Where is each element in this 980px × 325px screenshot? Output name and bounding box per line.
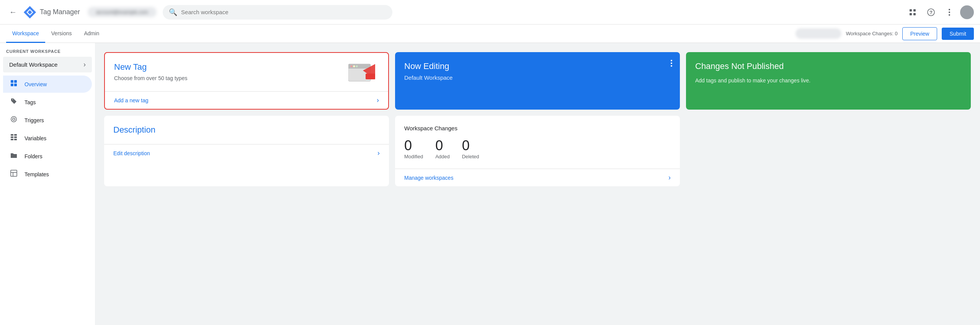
svg-rect-4 [913,9,916,11]
chevron-right-icon: › [377,149,380,157]
svg-rect-13 [14,80,17,83]
svg-point-36 [671,62,672,64]
workspace-changes-label: Workspace Changes: 0 [846,31,898,36]
sidebar-item-variables[interactable]: Variables [3,130,92,147]
svg-point-11 [949,14,950,16]
search-bar[interactable]: 🔍 [163,5,392,20]
added-label: Added [435,154,450,159]
svg-point-37 [671,65,672,67]
svg-point-10 [949,11,950,13]
current-workspace-label: CURRENT WORKSPACE [0,49,95,57]
now-editing-card: Now Editing Default Workspace [395,52,680,110]
search-icon: 🔍 [169,8,177,16]
sidebar-label-variables: Variables [24,135,46,141]
svg-rect-19 [14,134,17,136]
overview-icon [9,79,18,89]
account-selector[interactable]: account@example.com [88,7,157,17]
sidebar-label-folders: Folders [24,153,42,159]
add-new-tag-link[interactable]: Add a new tag [114,97,149,103]
sidebar-label-overview: Overview [24,81,47,87]
svg-point-17 [13,118,15,120]
avatar[interactable] [960,5,974,19]
more-icon[interactable] [942,5,957,20]
tag-manager-logo [23,5,37,19]
svg-point-16 [11,117,16,122]
app-title: Tag Manager [40,8,80,16]
workspace-status [795,28,841,39]
modified-number: 0 [404,138,423,154]
chevron-right-icon: › [668,174,671,182]
new-tag-description: Choose from over 50 tag types [114,75,187,81]
sidebar-item-templates[interactable]: Templates [3,166,92,183]
svg-rect-21 [14,136,17,138]
modified-stat: 0 Modified [404,138,423,159]
sidebar-label-tags: Tags [24,99,36,105]
sidebar-item-folders[interactable]: Folders [3,148,92,165]
chevron-right-icon: › [83,61,86,69]
main-layout: CURRENT WORKSPACE Default Workspace › Ov… [0,43,980,325]
svg-point-9 [949,9,950,10]
search-input[interactable] [181,9,386,15]
preview-button[interactable]: Preview [902,27,938,40]
sidebar-label-templates: Templates [24,171,49,177]
new-tag-card[interactable]: New Tag Choose from over 50 tag types [104,52,389,110]
workspace-changes-footer[interactable]: Manage workspaces › [395,169,680,186]
changes-stats: 0 Modified 0 Added 0 Deleted [404,138,671,159]
svg-point-30 [351,66,353,67]
description-card: Description Edit description › [104,116,389,186]
svg-rect-18 [11,134,13,136]
apps-icon[interactable] [905,5,920,20]
svg-rect-23 [14,139,17,140]
not-published-description: Add tags and publish to make your change… [695,77,962,84]
sidebar-item-tags[interactable]: Tags [3,94,92,111]
svg-rect-6 [913,13,916,15]
workspace-selector[interactable]: Default Workspace › [3,57,92,72]
svg-text:?: ? [929,10,933,15]
help-icon[interactable]: ? [923,5,939,20]
sidebar-item-overview[interactable]: Overview [3,76,92,93]
tab-admin[interactable]: Admin [78,25,105,43]
top-bar-right: ? [905,5,974,20]
top-bar: ← Tag Manager account@example.com 🔍 ? [0,0,980,25]
description-title: Description [113,125,380,135]
sidebar-item-triggers[interactable]: Triggers [3,112,92,129]
sidebar-label-triggers: Triggers [24,117,44,123]
nav-bar-right: Workspace Changes: 0 Preview Submit [795,27,974,40]
now-editing-more-button[interactable] [669,58,674,70]
workspace-changes-top: Workspace Changes 0 Modified 0 Added 0 D… [395,116,680,169]
templates-icon [9,169,18,179]
svg-point-31 [353,66,355,67]
svg-point-32 [356,66,358,67]
tag-illustration [348,62,379,85]
description-top: Description [104,116,389,144]
added-stat: 0 Added [435,138,450,159]
description-footer[interactable]: Edit description › [104,144,389,162]
new-tag-footer[interactable]: Add a new tag › [105,91,388,109]
tab-versions[interactable]: Versions [45,25,78,43]
tab-workspace[interactable]: Workspace [6,25,45,43]
content-area: New Tag Choose from over 50 tag types [95,43,980,325]
nav-tabs: Workspace Versions Admin [6,25,105,43]
svg-rect-34 [366,74,375,79]
folders-icon [9,151,18,161]
svg-rect-3 [910,9,912,11]
chevron-right-icon: › [377,96,379,104]
manage-workspaces-link[interactable]: Manage workspaces [404,175,453,181]
new-tag-title: New Tag [114,62,187,72]
new-tag-content: New Tag Choose from over 50 tag types [114,62,187,81]
svg-rect-5 [910,13,912,15]
back-button[interactable]: ← [6,5,20,20]
variables-icon [9,133,18,143]
new-tag-card-top: New Tag Choose from over 50 tag types [105,53,388,91]
submit-button[interactable]: Submit [942,28,974,40]
edit-description-link[interactable]: Edit description [113,150,150,156]
nav-bar: Workspace Versions Admin Workspace Chang… [0,25,980,43]
added-number: 0 [435,138,450,154]
not-published-title: Changes Not Published [695,61,962,71]
svg-rect-20 [11,136,13,138]
svg-rect-14 [11,84,13,86]
svg-rect-22 [11,139,13,140]
svg-rect-24 [11,170,17,176]
workspace-changes-title: Workspace Changes [404,125,671,131]
workspace-changes-card: Workspace Changes 0 Modified 0 Added 0 D… [395,116,680,186]
